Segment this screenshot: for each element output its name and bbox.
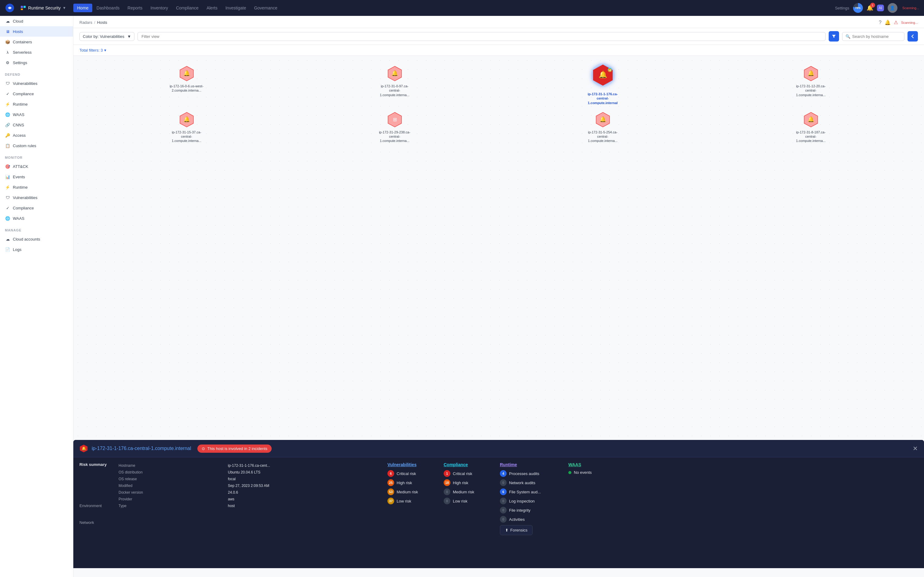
- nav-compliance[interactable]: Compliance: [172, 4, 202, 12]
- info-os-dist-row: OS distribution Ubuntu 20.04.6 LTS: [116, 469, 381, 475]
- breadcrumb: Radars / Hosts ? 🔔 ⚠ Scanning...: [73, 16, 924, 28]
- color-by-select[interactable]: Color by: Vulnerabilities ▼: [79, 32, 134, 41]
- hostname-search-input[interactable]: [852, 34, 901, 39]
- host-label-8: ip-172-31-8-187.ca-central-1.compute.int…: [793, 130, 829, 143]
- nav-alerts[interactable]: Alerts: [203, 4, 221, 12]
- sidebar-item-serverless[interactable]: λ Serverless: [0, 47, 73, 57]
- info-hostname-row: Hostname ip-172-31-1-176.ca-cent...: [116, 462, 381, 469]
- sidebar-item-waas[interactable]: 🌐WAAS: [0, 109, 73, 120]
- waas-title[interactable]: WAAS: [568, 462, 617, 467]
- nav-brand[interactable]: Runtime Security ▼: [18, 4, 68, 11]
- vulnerabilities-col: Vulnerabilities 6 Critical risk 25 High …: [388, 462, 436, 535]
- sidebar-item-vulns-monitor[interactable]: 🛡Vulnerabilities: [0, 192, 73, 203]
- sidebar-item-runtime-monitor[interactable]: ⚡Runtime: [0, 182, 73, 192]
- help-icon[interactable]: ?: [879, 20, 882, 25]
- svg-text:🔔: 🔔: [183, 116, 191, 123]
- host-icon-2: 🔔: [386, 65, 403, 82]
- nav-reports[interactable]: Reports: [124, 4, 146, 12]
- settings-icon: ⚙: [5, 60, 10, 65]
- comp-low: 0 Low risk: [444, 498, 493, 504]
- radar-area: 🔔 ip-172-16-0-6.us-west-2.compute.intern…: [73, 56, 924, 568]
- notification-icon[interactable]: 🔔: [885, 19, 891, 25]
- sidebar-item-custom-rules[interactable]: 📋Custom rules: [0, 140, 73, 151]
- scanning-indicator: Scanning...: [901, 21, 918, 24]
- host-node-6[interactable]: ⊞ ip-172-31-29-238.ca-central-1.compute.…: [294, 111, 496, 143]
- filter-button[interactable]: [829, 31, 839, 42]
- sidebar-item-events[interactable]: 📊Events: [0, 172, 73, 182]
- vuln-critical: 6 Critical risk: [388, 470, 436, 477]
- filter-count[interactable]: Total filters: 3 ▾: [79, 47, 918, 54]
- close-detail-button[interactable]: ✕: [913, 445, 918, 451]
- svg-text:🔔: 🔔: [599, 116, 607, 123]
- sidebar-item-attck[interactable]: 🎯ATT&CK: [0, 161, 73, 172]
- forensics-button[interactable]: ⬆ Forensics: [500, 525, 533, 535]
- svg-text:🔔: 🔔: [183, 70, 191, 77]
- runtime-title[interactable]: Runtime: [500, 462, 561, 467]
- vuln-low: 37 Low risk: [388, 498, 436, 504]
- host-node-5[interactable]: 🔔 ip-172-31-15-37.ca-central-1.compute.i…: [86, 111, 288, 143]
- sidebar-item-waas-monitor[interactable]: 🌐WAAS: [0, 213, 73, 224]
- vuln-title[interactable]: Vulnerabilities: [388, 462, 436, 467]
- monitor-label: MONITOR: [0, 151, 73, 161]
- host-node-3[interactable]: 🔔 📶 ip-172-31-1-176.ca-central-1.compute…: [502, 65, 704, 105]
- main-content: Radars / Hosts ? 🔔 ⚠ Scanning... Color b…: [73, 16, 924, 577]
- svg-rect-3: [21, 8, 23, 10]
- progress-circle[interactable]: 78%: [853, 3, 863, 13]
- defend-label: DEFEND: [0, 68, 73, 78]
- incident-text: This host is involved in 2 incidents: [207, 446, 268, 451]
- breadcrumb-parent[interactable]: Radars: [79, 20, 92, 25]
- nav-dashboards[interactable]: Dashboards: [93, 4, 123, 12]
- nav-investigate[interactable]: Investigate: [222, 4, 250, 12]
- dropdown-chevron: ▼: [127, 34, 131, 39]
- sidebar-item-logs[interactable]: 📄Logs: [0, 244, 73, 255]
- sidebar-item-cloud-accounts[interactable]: ☁Cloud accounts: [0, 234, 73, 244]
- search-bar[interactable]: 🔍: [842, 32, 905, 41]
- nav-home[interactable]: Home: [73, 4, 92, 12]
- filter-input[interactable]: [137, 32, 825, 41]
- runtime-log-inspection: 0 Log inspection: [500, 498, 561, 504]
- toolbar: Color by: Vulnerabilities ▼ 🔍: [73, 28, 924, 45]
- sidebar-item-cnns[interactable]: 🔗CNNS: [0, 120, 73, 130]
- host-node-1[interactable]: 🔔 ip-172-16-0-6.us-west-2.compute.intern…: [86, 65, 288, 105]
- user-avatar[interactable]: 👤: [888, 3, 897, 13]
- host-label-1: ip-172-16-0-6.us-west-2.compute.interna.…: [168, 84, 205, 93]
- risk-columns: Vulnerabilities 6 Critical risk 25 High …: [388, 462, 918, 535]
- sidebar-item-runtime[interactable]: ⚡Runtime: [0, 99, 73, 109]
- settings-link[interactable]: Settings: [835, 6, 850, 10]
- compliance-title[interactable]: Compliance: [444, 462, 493, 467]
- collapse-panel-button[interactable]: [908, 31, 918, 42]
- sidebar-item-compliance-monitor[interactable]: ✓Compliance: [0, 203, 73, 213]
- sidebar-item-vulnerabilities[interactable]: 🛡Vulnerabilities: [0, 78, 73, 89]
- info-type-row: Type host: [116, 503, 381, 509]
- sidebar: ☁ Cloud 🖥 Hosts 📦 Containers λ Serverles…: [0, 16, 73, 577]
- alert-icon[interactable]: ⚠: [894, 19, 898, 25]
- sidebar-item-settings[interactable]: ⚙ Settings: [0, 57, 73, 68]
- app-logo: [5, 3, 15, 13]
- brand-name: Runtime Security: [28, 5, 61, 10]
- breadcrumb-current: Hosts: [97, 20, 107, 25]
- sidebar-item-cloud[interactable]: ☁ Cloud: [0, 16, 73, 26]
- host-label-2: ip-172-31-0-97.ca-central-1.compute.inte…: [376, 84, 413, 97]
- sidebar-item-compliance[interactable]: ✓Compliance: [0, 89, 73, 99]
- svg-text:🔔: 🔔: [391, 70, 399, 77]
- svg-rect-2: [24, 6, 26, 8]
- host-node-2[interactable]: 🔔 ip-172-31-0-97.ca-central-1.compute.in…: [294, 65, 496, 105]
- host-node-4[interactable]: 🔔 ip-172-31-12-20.ca-central-1.compute.i…: [710, 65, 912, 105]
- waas-no-events: No events: [568, 470, 617, 475]
- detail-info: Hostname ip-172-31-1-176.ca-cent... OS d…: [116, 462, 381, 535]
- sidebar-item-hosts[interactable]: 🖥 Hosts: [0, 26, 73, 37]
- ai-btn[interactable]: AI: [877, 5, 884, 11]
- host-label-3: ip-172-31-1-176.ca-central-1.compute.int…: [585, 92, 621, 105]
- host-icon-7: 🔔: [594, 111, 611, 128]
- notifications-btn[interactable]: 🔔 1: [867, 5, 873, 11]
- host-node-8[interactable]: 🔔 ip-172-31-8-187.ca-central-1.compute.i…: [710, 111, 912, 143]
- waas-col: WAAS No events: [568, 462, 617, 535]
- sidebar-item-containers[interactable]: 📦 Containers: [0, 37, 73, 47]
- incident-badge[interactable]: ⊙ This host is involved in 2 incidents: [197, 445, 272, 453]
- nav-governance[interactable]: Governance: [250, 4, 281, 12]
- host-node-7[interactable]: 🔔 ip-172-31-5-254.ca-central-1.compute.i…: [502, 111, 704, 143]
- nav-inventory[interactable]: Inventory: [147, 4, 172, 12]
- sidebar-item-access[interactable]: 🔑Access: [0, 130, 73, 140]
- runtime-filesystem: 6 File System aud...: [500, 488, 561, 495]
- nav-links: Home Dashboards Reports Inventory Compli…: [73, 4, 281, 12]
